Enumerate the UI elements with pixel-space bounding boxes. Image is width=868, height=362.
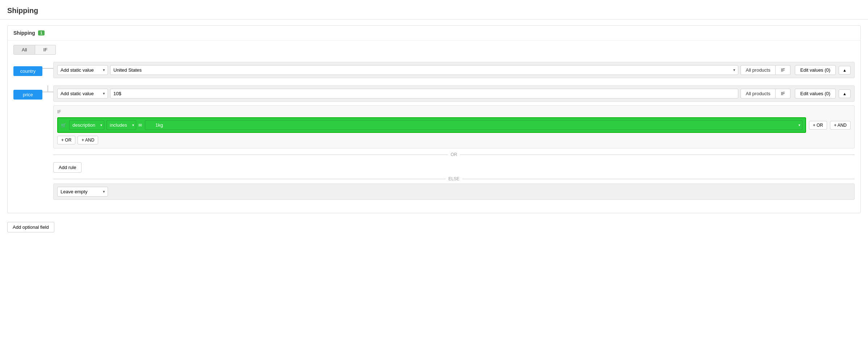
country-label-col: country xyxy=(13,62,42,76)
condition-field-select[interactable]: description xyxy=(69,120,104,130)
country-label[interactable]: country xyxy=(13,66,42,76)
card-title: Shipping xyxy=(13,30,35,36)
price-if-label: IF xyxy=(57,109,851,114)
condition-operator-wrapper: includes xyxy=(107,120,136,130)
condition-field-icon: 🛒 xyxy=(61,123,66,128)
card-badge: 1 xyxy=(38,30,45,35)
or-divider-left xyxy=(53,155,448,155)
add-rule-button[interactable]: Add rule xyxy=(53,162,82,173)
price-static-value-wrapper: Add static value xyxy=(57,89,108,98)
country-value-wrapper: United States xyxy=(110,65,738,75)
else-value-select[interactable]: Leave empty xyxy=(57,187,108,197)
price-static-value-select[interactable]: Add static value xyxy=(57,89,108,98)
small-buttons-row: + OR + AND xyxy=(57,136,851,144)
price-connector xyxy=(42,85,53,92)
add-rule-row: Add rule xyxy=(53,160,855,173)
condition-value-select[interactable]: 1kg xyxy=(145,120,802,130)
else-section: ELSE Leave empty xyxy=(53,176,855,200)
else-content: Leave empty xyxy=(53,184,855,200)
country-right-buttons: All products IF Edit values (0) ▲ xyxy=(740,65,851,75)
page-title: Shipping xyxy=(0,0,868,20)
country-edit-values-button[interactable]: Edit values (0) xyxy=(795,65,836,75)
else-divider-left xyxy=(53,179,446,179)
price-label-col: price xyxy=(13,85,42,100)
country-all-products-button[interactable]: All products xyxy=(740,65,776,75)
price-label[interactable]: price xyxy=(13,90,42,100)
condition-field-wrapper: description xyxy=(69,120,104,130)
price-content: Add static value All products IF Edit va… xyxy=(53,85,855,200)
price-all-products-button[interactable]: All products xyxy=(740,89,776,98)
condition-value-icon: ✉ xyxy=(138,123,142,128)
price-right-buttons: All products IF Edit values (0) ▲ xyxy=(740,89,851,98)
price-if-button[interactable]: IF xyxy=(776,89,790,98)
or-label: OR xyxy=(451,152,457,157)
else-value-wrapper: Leave empty xyxy=(57,187,108,197)
country-field-row: country Add static value United States xyxy=(13,62,855,78)
country-if-button[interactable]: IF xyxy=(776,65,790,75)
country-products-group: All products IF xyxy=(740,65,790,75)
country-static-value-select[interactable]: Add static value xyxy=(57,65,108,75)
add-optional-field-button[interactable]: Add optional field xyxy=(7,222,54,232)
small-and-button[interactable]: + AND xyxy=(78,136,98,144)
else-header: ELSE xyxy=(53,176,855,181)
or-divider-right xyxy=(460,155,855,155)
country-value-select[interactable]: United States xyxy=(110,65,738,75)
small-or-button[interactable]: + OR xyxy=(57,136,75,144)
toggle-all-button[interactable]: All xyxy=(13,45,35,55)
country-connector xyxy=(42,62,53,69)
price-edit-values-button[interactable]: Edit values (0) xyxy=(795,89,836,98)
condition-or-button[interactable]: + OR xyxy=(809,121,827,130)
price-products-group: All products IF xyxy=(740,89,790,98)
price-main-row: Add static value All products IF Edit va… xyxy=(53,85,855,102)
condition-row: 🛒 description includes xyxy=(57,117,806,133)
price-if-section: IF 🛒 description xyxy=(53,105,855,148)
condition-operator-select[interactable]: includes xyxy=(107,120,136,130)
condition-row-wrapper: 🛒 description includes xyxy=(57,117,851,133)
card-header: Shipping 1 xyxy=(8,26,860,41)
condition-value-wrapper: 1kg xyxy=(145,120,802,130)
else-label: ELSE xyxy=(448,176,460,181)
price-field-row: price Add static value xyxy=(13,85,855,200)
country-content: Add static value United States All produ… xyxy=(53,62,855,78)
shipping-card: Shipping 1 All IF country Add static val… xyxy=(7,25,861,213)
condition-and-button[interactable]: + AND xyxy=(830,121,851,130)
price-collapse-button[interactable]: ▲ xyxy=(839,89,851,98)
price-value-input[interactable] xyxy=(110,89,738,98)
or-add-rule-row: OR xyxy=(53,152,855,157)
country-static-value-wrapper: Add static value xyxy=(57,65,108,75)
country-collapse-button[interactable]: ▲ xyxy=(839,66,851,75)
else-divider-right xyxy=(462,179,855,179)
country-main-row: Add static value United States All produ… xyxy=(53,62,855,78)
toggle-if-button[interactable]: IF xyxy=(35,45,56,55)
